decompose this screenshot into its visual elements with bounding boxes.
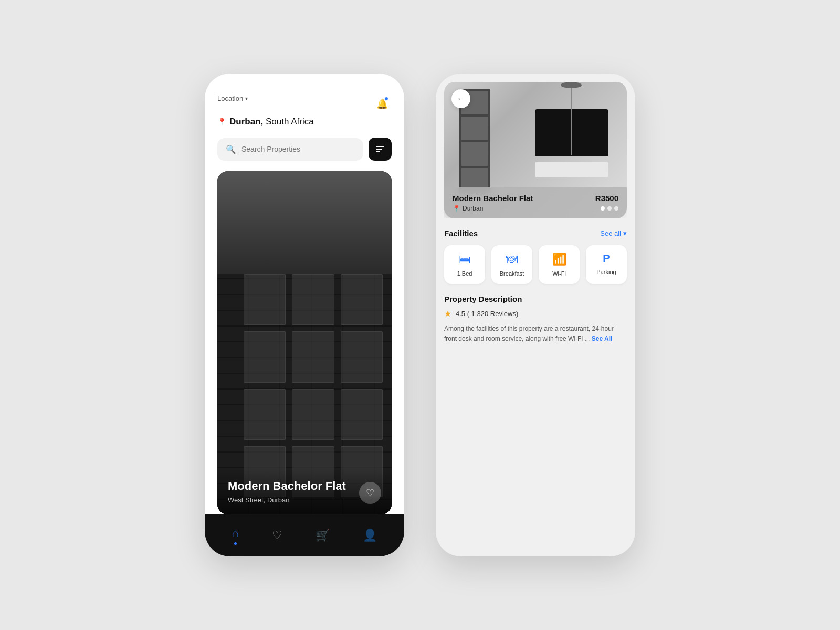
search-row: 🔍	[217, 138, 392, 161]
detail-info-overlay: Modern Bachelor Flat R3500 📍 Durban	[444, 187, 627, 218]
facility-breakfast-label: Breakfast	[500, 270, 524, 277]
lamp-head-decoration	[561, 82, 582, 88]
property-address: West Street, Durban	[228, 496, 381, 504]
see-all-description-button[interactable]: See All	[592, 335, 613, 342]
nav-favorites[interactable]: ♡	[272, 529, 282, 542]
city-bold: Durban,	[229, 117, 263, 127]
home-icon: ⌂	[232, 527, 239, 540]
nav-active-dot	[234, 542, 237, 545]
rating-row: ★ 4.5 ( 1 320 Reviews)	[444, 309, 627, 319]
parking-icon: P	[603, 253, 610, 265]
bottom-nav: ⌂ ♡ 🛒 👤	[205, 514, 404, 556]
city-rest: South Africa	[263, 117, 313, 127]
see-all-facilities-button[interactable]: See all ▾	[600, 229, 627, 237]
facilities-header: Facilities See all ▾	[444, 227, 627, 238]
dot-1	[601, 206, 605, 211]
facility-bed: 🛏 1 Bed	[444, 245, 485, 284]
location-text: Location	[217, 94, 243, 102]
heart-nav-icon: ♡	[272, 529, 282, 542]
city-display: Durban, South Africa	[229, 117, 314, 127]
detail-price: R3500	[595, 194, 618, 203]
facility-bed-label: 1 Bed	[457, 270, 472, 277]
star-icon: ★	[444, 309, 452, 319]
facility-wifi: 📶 Wi-Fi	[539, 245, 580, 284]
dot-3	[614, 206, 618, 211]
notification-bell-button[interactable]: 🔔	[373, 94, 392, 113]
heart-icon: ♡	[366, 487, 374, 499]
pin-icon: 📍	[217, 118, 226, 126]
detail-body: Facilities See all ▾ 🛏 1 Bed 🍽 Breakfast…	[436, 227, 635, 556]
detail-city: Durban	[463, 205, 483, 212]
back-button[interactable]: ←	[452, 89, 470, 108]
location-label[interactable]: Location ▾	[217, 94, 248, 102]
back-arrow-icon: ←	[457, 94, 465, 103]
profile-icon: 👤	[363, 529, 377, 542]
search-icon: 🔍	[226, 144, 236, 154]
filter-button[interactable]	[369, 138, 392, 161]
detail-location: 📍 Durban	[453, 205, 483, 212]
cart-icon: 🛒	[316, 529, 330, 542]
property-description-title: Property Description	[444, 295, 627, 303]
search-input-wrap[interactable]: 🔍	[217, 138, 363, 161]
favorite-button[interactable]: ♡	[359, 482, 381, 504]
dot-2	[607, 206, 612, 211]
detail-property-name: Modern Bachelor Flat	[453, 194, 533, 203]
notification-dot	[384, 97, 388, 101]
image-dots	[601, 206, 618, 211]
property-description-text: Among the facilities of this property ar…	[444, 324, 627, 344]
filter-icon	[376, 146, 384, 152]
see-all-chevron-icon: ▾	[623, 229, 627, 237]
left-phone: Location ▾ 🔔 📍 Durban, South Africa 🔍	[205, 74, 404, 556]
nav-cart[interactable]: 🛒	[316, 529, 330, 542]
nav-home[interactable]: ⌂	[232, 527, 239, 545]
property-card[interactable]: Modern Bachelor Flat West Street, Durban…	[217, 171, 392, 514]
rating-text: 4.5 ( 1 320 Reviews)	[456, 310, 518, 318]
location-city-row: 📍 Durban, South Africa	[217, 117, 392, 127]
lamp-decoration	[571, 82, 572, 155]
bed-icon: 🛏	[459, 253, 470, 266]
chevron-down-icon: ▾	[245, 96, 248, 101]
facility-wifi-label: Wi-Fi	[552, 270, 566, 277]
wifi-icon: 📶	[552, 253, 566, 266]
nav-profile[interactable]: 👤	[363, 529, 377, 542]
search-input[interactable]	[242, 145, 355, 153]
facilities-grid: 🛏 1 Bed 🍽 Breakfast 📶 Wi-Fi P Parking	[444, 245, 627, 284]
facility-parking: P Parking	[586, 245, 627, 284]
detail-pin-icon: 📍	[453, 205, 460, 212]
see-all-label: See all	[600, 229, 621, 237]
facilities-title: Facilities	[444, 229, 478, 238]
facility-breakfast: 🍽 Breakfast	[491, 245, 532, 284]
breakfast-icon: 🍽	[506, 253, 518, 266]
right-phone: ← Modern Bachelor Flat R3500 📍 Durban	[436, 74, 635, 556]
detail-card: ← Modern Bachelor Flat R3500 📍 Durban	[444, 82, 627, 218]
property-image	[217, 171, 392, 514]
property-name: Modern Bachelor Flat	[228, 479, 381, 493]
facility-parking-label: Parking	[596, 269, 616, 275]
